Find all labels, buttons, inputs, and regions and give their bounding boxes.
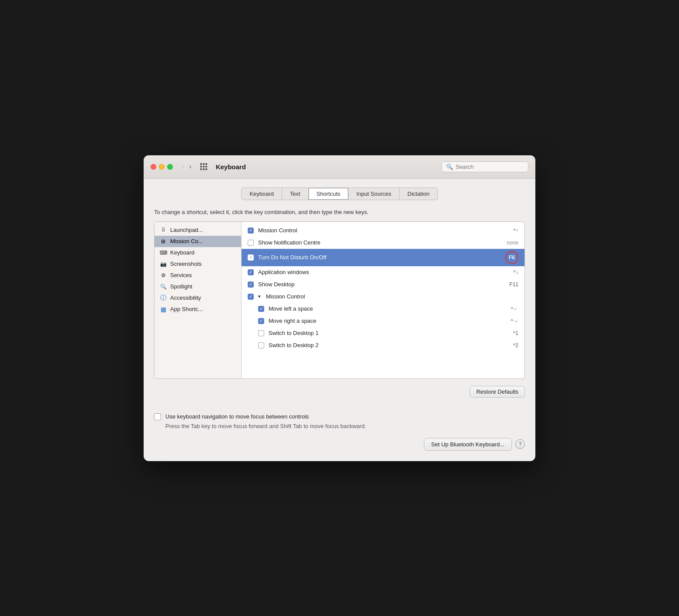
shortcut-key-show-notification: none	[501, 240, 518, 246]
sidebar-item-spotlight[interactable]: 🔍 Spotlight	[155, 281, 241, 292]
shortcut-checkbox-switch-desktop-2[interactable]	[258, 342, 264, 348]
shortcut-row-show-desktop[interactable]: Show Desktop F11	[242, 278, 524, 291]
shortcut-key-switch-desktop-1: ^1	[501, 330, 518, 336]
shortcut-name-do-not-disturb: Turn Do Not Disturb On/Off	[258, 254, 497, 261]
tab-text[interactable]: Text	[282, 187, 309, 200]
shortcut-name-show-notification: Show Notification Centre	[258, 239, 497, 246]
shortcut-name-switch-desktop-2: Switch to Desktop 2	[269, 342, 497, 348]
app-shortcuts-icon: ▦	[160, 306, 167, 313]
maximize-button[interactable]	[167, 164, 173, 170]
shortcut-key-do-not-disturb: F6	[501, 251, 518, 264]
restore-defaults-button[interactable]: Restore Defaults	[470, 386, 525, 398]
launchpad-icon: ⠿	[160, 227, 167, 234]
window-title: Keyboard	[216, 163, 436, 171]
tab-bar: Keyboard Text Shortcuts Input Sources Di…	[154, 187, 525, 200]
shortcut-key-switch-desktop-2: ^2	[501, 342, 518, 348]
minimize-button[interactable]	[159, 164, 165, 170]
bottom-options: Use keyboard navigation to move focus be…	[154, 406, 525, 429]
f6-badge: F6	[505, 251, 518, 264]
accessibility-icon: ⓘ	[160, 295, 167, 301]
shortcut-row-do-not-disturb[interactable]: Turn Do Not Disturb On/Off F6	[242, 249, 524, 266]
tab-keyboard[interactable]: Keyboard	[241, 187, 282, 200]
nav-sub-label: Press the Tab key to move focus forward …	[165, 423, 525, 429]
shortcut-name-mission-control-group: Mission Control	[266, 293, 497, 300]
shortcut-checkbox-mission-control-group[interactable]	[248, 294, 254, 300]
nav-buttons: ‹ ›	[180, 162, 193, 171]
shortcut-row-move-right[interactable]: Move right a space ^→	[242, 315, 524, 327]
sidebar-item-app-shortcuts[interactable]: ▦ App Shortc...	[155, 304, 241, 315]
titlebar: ‹ › Keyboard 🔍	[144, 155, 535, 179]
nav-checkbox[interactable]	[154, 413, 161, 420]
sidebar-item-services[interactable]: ⚙ Services	[155, 270, 241, 281]
back-button[interactable]: ‹	[180, 162, 185, 171]
screenshots-icon: 📷	[160, 261, 167, 268]
search-icon: 🔍	[446, 164, 453, 170]
shortcut-checkbox-do-not-disturb[interactable]	[248, 254, 254, 261]
keyboard-preferences-window: ‹ › Keyboard 🔍 Keyboard Text Shortcuts I…	[144, 155, 535, 461]
close-button[interactable]	[151, 164, 156, 170]
shortcut-key-move-left: ^←	[501, 306, 518, 312]
main-panel: ⠿ Launchpad... ⊞ Mission Co... ⌨ Keyboar…	[154, 221, 525, 379]
shortcut-row-mission-control-group[interactable]: ▾ Mission Control	[242, 291, 524, 303]
monitor-icon: ⊞	[160, 238, 167, 245]
shortcuts-sidebar: ⠿ Launchpad... ⊞ Mission Co... ⌨ Keyboar…	[155, 222, 242, 378]
shortcut-row-switch-desktop-1[interactable]: Switch to Desktop 1 ^1	[242, 327, 524, 339]
restore-defaults-row: Restore Defaults	[154, 386, 525, 398]
shortcut-key-mission-control: ^↑	[501, 228, 518, 234]
shortcut-checkbox-move-left[interactable]	[258, 306, 264, 312]
shortcut-row-switch-desktop-2[interactable]: Switch to Desktop 2 ^2	[242, 339, 524, 352]
shortcut-checkbox-show-desktop[interactable]	[248, 281, 254, 288]
nav-checkbox-row: Use keyboard navigation to move focus be…	[154, 413, 525, 420]
tab-dictation[interactable]: Dictation	[400, 187, 438, 200]
sidebar-item-launchpad[interactable]: ⠿ Launchpad...	[155, 224, 241, 236]
chevron-icon: ▾	[258, 294, 261, 299]
instruction-text: To change a shortcut, select it, click t…	[154, 209, 525, 215]
content-area: Keyboard Text Shortcuts Input Sources Di…	[144, 179, 535, 461]
apps-grid-icon[interactable]	[200, 163, 207, 170]
help-button[interactable]: ?	[515, 439, 525, 449]
shortcut-row-show-notification[interactable]: Show Notification Centre none	[242, 237, 524, 249]
shortcut-key-move-right: ^→	[501, 318, 518, 324]
sidebar-item-mission-control[interactable]: ⊞ Mission Co...	[155, 236, 241, 247]
shortcut-row-move-left[interactable]: Move left a space ^←	[242, 303, 524, 315]
nav-label: Use keyboard navigation to move focus be…	[165, 413, 309, 420]
spotlight-icon: 🔍	[160, 283, 167, 290]
setup-bluetooth-button[interactable]: Set Up Bluetooth Keyboard...	[424, 438, 512, 451]
shortcut-key-app-windows: ^↓	[501, 269, 518, 275]
tab-shortcuts[interactable]: Shortcuts	[309, 187, 349, 200]
search-box[interactable]: 🔍	[441, 161, 528, 172]
shortcut-row-mission-control[interactable]: Mission Control ^↑	[242, 224, 524, 237]
shortcut-name-switch-desktop-1: Switch to Desktop 1	[269, 330, 497, 336]
shortcut-name-show-desktop: Show Desktop	[258, 281, 497, 288]
sidebar-item-accessibility[interactable]: ⓘ Accessibility	[155, 292, 241, 304]
shortcut-key-show-desktop: F11	[501, 281, 518, 288]
search-input[interactable]	[456, 164, 524, 170]
shortcut-row-app-windows[interactable]: Application windows ^↓	[242, 266, 524, 278]
traffic-lights	[151, 164, 173, 170]
shortcut-name-app-windows: Application windows	[258, 269, 497, 275]
shortcut-list: Mission Control ^↑ Show Notification Cen…	[242, 222, 524, 378]
shortcut-name-move-left: Move left a space	[269, 305, 497, 312]
shortcut-checkbox-move-right[interactable]	[258, 318, 264, 324]
shortcut-checkbox-mission-control[interactable]	[248, 228, 254, 234]
bottom-buttons: Set Up Bluetooth Keyboard... ?	[154, 438, 525, 451]
services-icon: ⚙	[160, 272, 167, 279]
shortcut-checkbox-app-windows[interactable]	[248, 269, 254, 275]
forward-button[interactable]: ›	[187, 162, 193, 171]
shortcut-name-move-right: Move right a space	[269, 318, 497, 324]
sidebar-item-screenshots[interactable]: 📷 Screenshots	[155, 258, 241, 270]
keyboard-icon: ⌨	[160, 249, 167, 256]
shortcut-checkbox-show-notification[interactable]	[248, 240, 254, 246]
shortcut-checkbox-switch-desktop-1[interactable]	[258, 330, 264, 336]
sidebar-item-keyboard[interactable]: ⌨ Keyboard	[155, 247, 241, 258]
shortcut-name-mission-control: Mission Control	[258, 227, 497, 234]
tab-input-sources[interactable]: Input Sources	[349, 187, 400, 200]
